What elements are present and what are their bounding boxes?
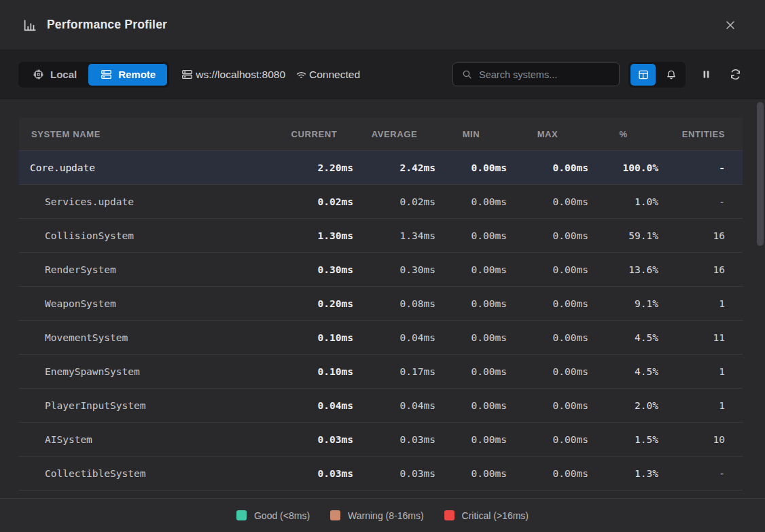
current-cell: 0.04ms [275, 400, 353, 411]
local-mode-button[interactable]: Local [20, 64, 88, 86]
current-cell: 0.03ms [275, 434, 353, 445]
entities-cell: 1 [658, 400, 743, 411]
current-cell: 0.10ms [275, 332, 353, 343]
system-name-cell: CollisionSystem [19, 230, 275, 241]
average-cell: 0.08ms [353, 298, 435, 309]
table-row-clipped [19, 491, 743, 496]
column-header-percent[interactable]: % [588, 129, 658, 139]
table-row[interactable]: RenderSystem 0.30ms 0.30ms 0.00ms 0.00ms… [19, 253, 743, 287]
max-cell: 0.00ms [507, 468, 588, 479]
current-cell: 1.30ms [275, 230, 353, 241]
min-cell: 0.00ms [435, 162, 507, 173]
average-cell: 2.42ms [353, 162, 435, 173]
max-cell: 0.00ms [507, 264, 588, 275]
remote-mode-button[interactable]: Remote [88, 64, 167, 86]
current-cell: 0.30ms [275, 264, 353, 275]
min-cell: 0.00ms [435, 298, 507, 309]
table-row[interactable]: EnemySpawnSystem 0.10ms 0.17ms 0.00ms 0.… [19, 355, 743, 389]
max-cell: 0.00ms [507, 434, 588, 445]
current-cell: 0.10ms [275, 366, 353, 377]
system-name-cell: MovementSystem [19, 332, 275, 343]
current-cell: 0.03ms [275, 468, 353, 479]
main-content: SYSTEM NAME CURRENT AVERAGE MIN MAX % EN… [0, 99, 765, 498]
legend-swatch [236, 510, 247, 520]
min-cell: 0.00ms [435, 400, 507, 411]
percent-cell: 13.6% [588, 264, 658, 275]
wifi-icon [295, 68, 308, 81]
max-cell: 0.00ms [507, 162, 588, 173]
min-cell: 0.00ms [435, 434, 507, 445]
entities-cell: - [658, 162, 743, 173]
system-name-cell: RenderSystem [19, 264, 275, 275]
entities-cell: 16 [658, 264, 743, 275]
vertical-scrollbar-thumb[interactable] [757, 102, 764, 246]
percent-cell: 9.1% [588, 298, 658, 309]
entities-cell: 16 [658, 230, 743, 241]
percent-cell: 100.0% [588, 162, 658, 173]
legend-swatch [330, 510, 340, 520]
min-cell: 0.00ms [435, 366, 507, 377]
percent-cell: 1.0% [588, 196, 658, 207]
system-name-cell: CollectibleSystem [19, 468, 275, 479]
close-button[interactable] [720, 15, 741, 35]
legend: Good (<8ms) Warning (8-16ms) Critical (>… [236, 510, 529, 521]
current-cell: 2.20ms [275, 162, 353, 173]
table-row[interactable]: CollisionSystem 1.30ms 1.34ms 0.00ms 0.0… [19, 219, 743, 253]
system-name-cell: Services.update [19, 196, 275, 207]
alerts-button[interactable] [658, 64, 683, 86]
max-cell: 0.00ms [507, 332, 588, 343]
column-header-min[interactable]: MIN [435, 129, 507, 139]
system-name-cell: EnemySpawnSystem [19, 366, 275, 377]
systems-table: SYSTEM NAME CURRENT AVERAGE MIN MAX % EN… [19, 118, 743, 498]
cpu-icon [32, 68, 45, 81]
server-icon [181, 68, 194, 81]
entities-cell: 11 [658, 332, 743, 343]
max-cell: 0.00ms [507, 230, 588, 241]
server-icon [100, 68, 113, 81]
max-cell: 0.00ms [507, 366, 588, 377]
table-row[interactable]: Services.update 0.02ms 0.02ms 0.00ms 0.0… [19, 185, 743, 219]
system-name-cell: PlayerInputSystem [19, 400, 275, 411]
connection-status: Connected [295, 68, 360, 81]
system-name-cell: WeaponSystem [19, 298, 275, 309]
table-row[interactable]: Core.update 2.20ms 2.42ms 0.00ms 0.00ms … [19, 151, 743, 185]
column-header-entities[interactable]: ENTITIES [658, 129, 743, 139]
table-row[interactable]: AISystem 0.03ms 0.03ms 0.00ms 0.00ms 1.5… [19, 423, 743, 457]
table-row[interactable]: PlayerInputSystem 0.04ms 0.04ms 0.00ms 0… [19, 389, 743, 423]
table-row[interactable]: MovementSystem 0.10ms 0.04ms 0.00ms 0.00… [19, 321, 743, 355]
entities-cell: - [658, 196, 743, 207]
connection-url-text: ws://localhost:8080 [196, 69, 285, 81]
entities-cell: 1 [658, 298, 743, 309]
min-cell: 0.00ms [435, 264, 507, 275]
min-cell: 0.00ms [435, 230, 507, 241]
pause-icon [700, 68, 713, 81]
table-row[interactable]: WeaponSystem 0.20ms 0.08ms 0.00ms 0.00ms… [19, 287, 743, 321]
entities-cell: 1 [658, 366, 743, 377]
table-view-button[interactable] [630, 64, 656, 86]
toolbar: Local Remote ws://localhost:808 [0, 50, 765, 99]
search-input[interactable] [479, 69, 611, 80]
max-cell: 0.00ms [507, 196, 588, 207]
entities-cell: 10 [658, 434, 743, 445]
refresh-icon [729, 68, 742, 81]
column-header-system-name[interactable]: SYSTEM NAME [19, 129, 275, 139]
column-header-max[interactable]: MAX [507, 129, 588, 139]
refresh-button[interactable] [729, 68, 742, 81]
average-cell: 1.34ms [353, 230, 435, 241]
page-title: Performance Profiler [47, 18, 167, 32]
legend-label: Critical (>16ms) [462, 510, 529, 521]
column-header-average[interactable]: AVERAGE [353, 129, 435, 139]
average-cell: 0.04ms [353, 400, 435, 411]
average-cell: 0.03ms [353, 434, 435, 445]
pause-button[interactable] [700, 68, 713, 81]
table-row[interactable]: CollectibleSystem 0.03ms 0.03ms 0.00ms 0… [19, 457, 743, 491]
legend-label: Warning (8-16ms) [348, 510, 424, 521]
average-cell: 0.04ms [353, 332, 435, 343]
footer: Good (<8ms) Warning (8-16ms) Critical (>… [0, 498, 765, 532]
connection-url: ws://localhost:8080 [181, 68, 285, 81]
average-cell: 0.03ms [353, 468, 435, 479]
column-header-current[interactable]: CURRENT [275, 129, 353, 139]
table-icon [637, 69, 650, 81]
system-name-cell: AISystem [19, 434, 275, 445]
connection-info: ws://localhost:8080 Connected [181, 68, 360, 81]
